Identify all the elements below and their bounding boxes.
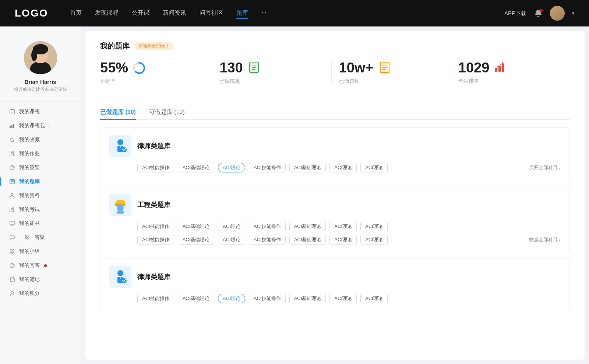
qbank-tag[interactable]: ACI基础理论 bbox=[178, 222, 215, 231]
qbank-tag[interactable]: ACI基础理论 bbox=[178, 294, 215, 303]
stat-rank: 1029 全站排名 bbox=[451, 60, 570, 85]
stat-rank-value: 1029 bbox=[458, 60, 490, 76]
avatar-image bbox=[24, 41, 57, 74]
sidebar-item-points[interactable]: 我的积分 bbox=[0, 286, 81, 300]
svg-text:?: ? bbox=[12, 166, 14, 170]
sidebar-item-homework[interactable]: 我的作业 bbox=[0, 147, 81, 161]
page-title-row: 我的题库 体验剩余23天！ bbox=[100, 41, 570, 51]
nav-open-course[interactable]: 公开课 bbox=[132, 8, 149, 19]
qbank-expand-1[interactable]: 展开全部科目 › bbox=[529, 164, 561, 171]
stat-accuracy: 55% 正确率 bbox=[100, 60, 212, 85]
banks-doc-icon bbox=[378, 61, 391, 75]
qbank-tag[interactable]: ACI基础理论 bbox=[289, 222, 326, 231]
nav-qbank[interactable]: 题库 bbox=[236, 8, 248, 19]
nav-home[interactable]: 首页 bbox=[70, 8, 82, 19]
svg-text:?: ? bbox=[12, 264, 14, 268]
nav-more[interactable]: ··· bbox=[261, 8, 266, 19]
qbank-tag[interactable]: ACI基础理论 bbox=[178, 163, 215, 172]
sidebar-item-1on1[interactable]: 一对一答疑 bbox=[0, 231, 81, 245]
qbank-tag[interactable]: ACI技能操作 bbox=[249, 163, 286, 172]
notification-bell[interactable] bbox=[534, 9, 543, 18]
stat-questions-value-row: 130 bbox=[219, 60, 260, 76]
1on1-label: 一对一答疑 bbox=[19, 234, 45, 241]
qbank-tag[interactable]: ACI基础理论 bbox=[178, 235, 215, 245]
sidebar-item-course-pkg[interactable]: 我的课程包... bbox=[0, 119, 81, 133]
sidebar-item-group[interactable]: 我的小组 bbox=[0, 245, 81, 258]
user-avatar[interactable] bbox=[550, 6, 565, 21]
group-label: 我的小组 bbox=[19, 248, 40, 255]
stat-rank-value-row: 1029 bbox=[458, 60, 507, 76]
stat-banks-value-row: 10w+ bbox=[339, 60, 391, 76]
qbank-tag[interactable]: ACI技能操作 bbox=[137, 222, 174, 231]
nav-qa[interactable]: 问答社区 bbox=[200, 8, 223, 19]
group-icon bbox=[9, 248, 15, 255]
qbank-tag-active[interactable]: ACI理论 bbox=[218, 294, 245, 303]
questions-doc-icon bbox=[247, 61, 261, 75]
qbank-tag[interactable]: ACI理论 bbox=[329, 235, 357, 245]
points-label: 我的积分 bbox=[19, 290, 40, 297]
qbank-tag[interactable]: ACI理论 bbox=[218, 222, 245, 231]
stat-banks: 10w+ 已做题库 bbox=[332, 60, 451, 85]
sidebar-item-notes[interactable]: 我的笔记 bbox=[0, 272, 81, 286]
svg-rect-28 bbox=[10, 221, 14, 225]
qbank-tag[interactable]: ACI技能操作 bbox=[137, 163, 174, 172]
qbank-expand-2[interactable]: 收起全部科目 › bbox=[529, 236, 561, 243]
svg-point-59 bbox=[117, 270, 123, 276]
stat-accuracy-label: 正确率 bbox=[100, 78, 116, 85]
sidebar-item-questions[interactable]: ? 我的问答 bbox=[0, 258, 81, 272]
qbank-tag[interactable]: ACI理论 bbox=[218, 235, 245, 245]
svg-rect-10 bbox=[10, 126, 11, 128]
nav-news[interactable]: 新闻资讯 bbox=[163, 8, 186, 19]
qbank-tag[interactable]: ACI基础理论 bbox=[289, 163, 326, 172]
tab-available[interactable]: 可做题库 (10) bbox=[149, 106, 185, 119]
svg-point-24 bbox=[11, 193, 13, 196]
qbank-tag[interactable]: ACI技能操作 bbox=[249, 235, 286, 245]
qbank-tag[interactable]: ACI理论 bbox=[360, 222, 388, 231]
qbank-tag[interactable]: ACI技能操作 bbox=[249, 294, 286, 303]
svg-point-57 bbox=[117, 204, 124, 211]
qbank-tag[interactable]: ACI技能操作 bbox=[137, 235, 174, 245]
nav-menu: 首页 发现课程 公开课 新闻资讯 问答社区 题库 ··· bbox=[70, 8, 504, 19]
tab-done[interactable]: 已做题库 (10) bbox=[100, 106, 136, 119]
qbank-tags-row-2b: ACI技能操作 ACI基础理论 ACI理论 ACI技能操作 ACI基础理论 AC… bbox=[109, 235, 561, 245]
avatar-image bbox=[550, 6, 565, 21]
qbank-tag[interactable]: ACI理论 bbox=[360, 163, 388, 172]
user-dropdown-arrow[interactable]: ▾ bbox=[572, 11, 574, 16]
questions-label: 我的问答 bbox=[19, 262, 40, 269]
qbank-tag[interactable]: ACI基础理论 bbox=[289, 235, 326, 245]
sidebar-item-profile[interactable]: 我的资料 bbox=[0, 189, 81, 203]
qbank-tag[interactable]: ACI基础理论 bbox=[289, 294, 326, 303]
qbank-tag[interactable]: ACI技能操作 bbox=[137, 294, 174, 303]
sidebar-item-exam[interactable]: 我的考试 bbox=[0, 203, 81, 217]
qbank-tag[interactable]: ACI理论 bbox=[329, 163, 357, 172]
course-pkg-icon bbox=[9, 122, 15, 129]
qa-icon: ? bbox=[9, 164, 15, 171]
app-download-button[interactable]: APP下载 bbox=[504, 10, 526, 17]
profile-label: 我的资料 bbox=[19, 192, 40, 199]
qbank-tag[interactable]: ACI理论 bbox=[360, 294, 388, 303]
qbank-tag-active[interactable]: ACI理论 bbox=[218, 163, 245, 172]
sidebar-avatar bbox=[24, 41, 57, 74]
sidebar-item-qa[interactable]: ? 我的答疑 bbox=[0, 161, 81, 175]
homework-label: 我的作业 bbox=[19, 150, 40, 157]
stat-rank-label: 全站排名 bbox=[458, 78, 479, 85]
engineer-icon bbox=[109, 194, 131, 216]
nav-discover[interactable]: 发现课程 bbox=[95, 8, 119, 19]
exam-icon bbox=[9, 206, 15, 213]
qbank-tag[interactable]: ACI理论 bbox=[360, 235, 388, 245]
svg-point-30 bbox=[10, 250, 12, 251]
tabs-row: 已做题库 (10) 可做题库 (10) bbox=[100, 106, 570, 120]
svg-point-6 bbox=[32, 63, 49, 72]
qbank-card-header-1: 律师类题库 bbox=[109, 135, 561, 157]
sidebar-item-cert[interactable]: 我的证书 bbox=[0, 217, 81, 231]
qbank-card-lawyer-2: 律师类题库 ACI技能操作 ACI基础理论 ACI理论 ACI技能操作 ACI基… bbox=[100, 258, 570, 311]
sidebar-item-courses[interactable]: 我的课程 bbox=[0, 105, 81, 119]
qbank-tag[interactable]: ACI理论 bbox=[329, 222, 357, 231]
qbank-tag[interactable]: ACI技能操作 bbox=[249, 222, 286, 231]
lawyer-icon-2 bbox=[109, 266, 131, 288]
sidebar-item-favorites[interactable]: 我的收藏 bbox=[0, 133, 81, 147]
qbank-card-lawyer-1: 律师类题库 ACI技能操作 ACI基础理论 ACI理论 ACI技能操作 ACI基… bbox=[100, 127, 570, 180]
sidebar-profile: Brian Harris 错误的决定比没有决定要好 bbox=[0, 34, 81, 102]
sidebar-item-qbank[interactable]: 我的题库 bbox=[0, 175, 81, 189]
qbank-tag[interactable]: ACI理论 bbox=[329, 294, 357, 303]
